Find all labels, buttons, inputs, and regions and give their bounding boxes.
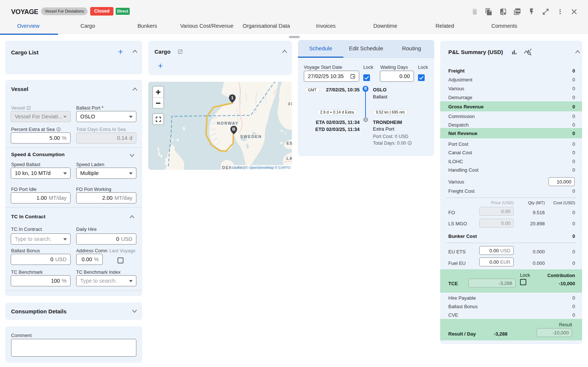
voyage-map[interactable]: NORWAY SWEDEN DENMARK FI ES LA 1 B Leafl… <box>148 82 292 170</box>
leaflet-link[interactable]: Leaflet <box>232 165 243 169</box>
map-fullscreen-button[interactable] <box>152 113 164 125</box>
field-value: 1.00 <box>36 195 47 201</box>
tab-overview[interactable]: Overview <box>0 19 58 34</box>
fo-port-working-input[interactable]: 2.00MT/day <box>76 192 136 203</box>
fuel-eu-price-input[interactable]: 0.00EUR <box>479 257 514 266</box>
tab-edit-schedule[interactable]: Edit Schedule <box>343 40 389 57</box>
expand-button[interactable] <box>539 4 553 19</box>
cargo-list-collapse-button[interactable] <box>130 47 139 56</box>
pnl-bar-chart-button[interactable] <box>510 48 519 57</box>
fo-port-idle-input[interactable]: 1.00MT/day <box>11 192 71 203</box>
more-menu-button[interactable] <box>553 4 567 19</box>
ballast-port-select[interactable]: OSLO <box>76 111 136 122</box>
voyage-start-date-input[interactable]: 27/02/25 10:35 <box>304 71 359 82</box>
lock-voyage-start-checkbox[interactable] <box>363 74 370 81</box>
tab-schedule[interactable]: Schedule <box>298 40 343 57</box>
comment-textarea[interactable] <box>11 339 136 357</box>
tce-lock-checkbox[interactable] <box>520 279 526 285</box>
carto-link[interactable]: © CARTO <box>275 165 290 169</box>
tab-organisational-data[interactable]: Organisational Data <box>237 19 296 34</box>
add-cargo-list-button[interactable] <box>116 47 125 56</box>
percent-extra-input[interactable]: 5.00% <box>11 132 71 144</box>
daily-hire-input[interactable]: 0USD <box>76 233 136 245</box>
export-pdf-button[interactable] <box>510 4 525 19</box>
map-marker-b[interactable]: B <box>230 125 238 135</box>
field-value: 100 <box>51 278 60 284</box>
pnl-row-label: Bunker Cost <box>448 233 477 239</box>
panel-drag-handle[interactable] <box>289 36 300 38</box>
last-voyage-checkbox[interactable] <box>118 257 123 263</box>
field-value: -3,288 <box>499 280 512 286</box>
leg-duration-pill: 2.9 d + 0.14 d Extra <box>317 110 357 115</box>
tab-related[interactable]: Related <box>415 19 475 34</box>
cargo-open-button[interactable] <box>176 47 184 56</box>
zoom-out-button[interactable] <box>153 98 163 108</box>
speed-consumption-collapse-button[interactable] <box>128 151 136 160</box>
quick-action-button[interactable] <box>524 4 539 19</box>
pnl-row-value: 0 <box>572 141 575 147</box>
address-comn-input[interactable]: 0.00% <box>76 254 103 265</box>
stop2-port-cost: Port Cost: 0 USD <box>373 134 408 139</box>
close-button[interactable] <box>567 4 582 19</box>
pnl-row-label: Freight <box>448 68 465 74</box>
field-value: 10,000 <box>557 179 571 185</box>
vessel-select[interactable]: Vessel For Deviati... <box>11 111 71 122</box>
compare-button[interactable] <box>496 4 510 19</box>
tab-downtime[interactable]: Downtime <box>356 19 415 34</box>
tab-routing[interactable]: Routing <box>389 40 434 57</box>
chevron-down-icon <box>132 308 137 314</box>
zoom-in-button[interactable] <box>153 87 163 97</box>
vessel-collapse-button[interactable] <box>130 85 139 94</box>
dropdown-caret-icon <box>129 172 133 175</box>
tc-in-contract-collapse-button[interactable] <box>128 212 136 221</box>
cargo-collapse-button[interactable] <box>280 47 289 56</box>
pnl-title: P&L Summary (USD) <box>448 49 503 55</box>
plus-icon <box>156 90 161 95</box>
tce-lock-label: Lock <box>520 272 530 278</box>
tc-benchmark-input[interactable]: 100% <box>11 275 71 286</box>
pnl-collapse-button[interactable] <box>573 47 582 56</box>
pnl-query-stats-button[interactable] <box>523 48 532 57</box>
tc-in-contract-select[interactable]: Type to search. <box>11 233 71 245</box>
ballast-bonus-input[interactable]: 0USD <box>11 254 71 265</box>
tab-comments[interactable]: Comments <box>475 19 534 34</box>
eu-ets-price-input[interactable]: 0.00USD <box>479 246 514 255</box>
result-per-day: -3,288 <box>494 331 507 337</box>
pnl-row-label: Handling Cost <box>448 167 479 173</box>
cargo-card: Cargo <box>148 41 292 75</box>
marker-label: 1 <box>231 95 234 100</box>
pdf-icon <box>513 8 521 16</box>
field-value: 0.00 <box>501 209 510 214</box>
tab-invoices[interactable]: Invoices <box>296 19 356 34</box>
comment-card: Comment <box>5 326 142 363</box>
tab-bunkers[interactable]: Bunkers <box>118 19 177 34</box>
schedule-panel: Schedule Edit Schedule Routing Voyage St… <box>298 40 434 156</box>
speed-laden-select[interactable]: Multiple <box>76 168 136 179</box>
delete-button[interactable] <box>468 4 482 19</box>
speed-ballast-select[interactable]: 10 kn, 10 MT/d <box>11 168 71 179</box>
tc-benchmark-index-select[interactable]: Type to search. <box>76 275 136 286</box>
copy-button[interactable] <box>482 4 496 19</box>
waiting-days-input[interactable]: 0.00 <box>380 71 414 82</box>
map-marker-1[interactable]: 1 <box>228 94 236 104</box>
vessel-card: Vessel Vessel Vessel For Deviati... Ball… <box>5 80 142 296</box>
pnl-row-label: Fuel EU <box>448 260 466 266</box>
dropdown-caret-icon <box>129 280 133 282</box>
field-placeholder: Type to search. <box>15 236 51 242</box>
percent-extra-label: Percent Extra at Sea <box>11 127 61 132</box>
field-value: 27/02/25 10:35 <box>308 73 344 79</box>
field-value: -10,000 <box>553 330 569 336</box>
status-closed-button[interactable]: Closed <box>90 7 113 16</box>
pnl-various-input[interactable]: 10,000 <box>548 177 575 186</box>
tab-cargo[interactable]: Cargo <box>58 19 118 34</box>
lock-waiting-days-checkbox[interactable] <box>418 74 425 81</box>
add-cargo-button[interactable] <box>156 61 165 70</box>
close-icon <box>570 7 578 16</box>
timeline-node-1: 1 <box>363 117 368 122</box>
voyage-start-date-label: Voyage Start Date <box>304 64 342 70</box>
osm-link[interactable]: © OpenStreetMap <box>245 165 274 169</box>
result-input: -10,000 <box>537 328 572 337</box>
tab-various-cost-revenue[interactable]: Various Cost/Revenue <box>177 19 237 34</box>
consumption-details-title: Consumption Details <box>11 308 67 314</box>
consumption-details-collapse-button[interactable] <box>130 307 139 316</box>
